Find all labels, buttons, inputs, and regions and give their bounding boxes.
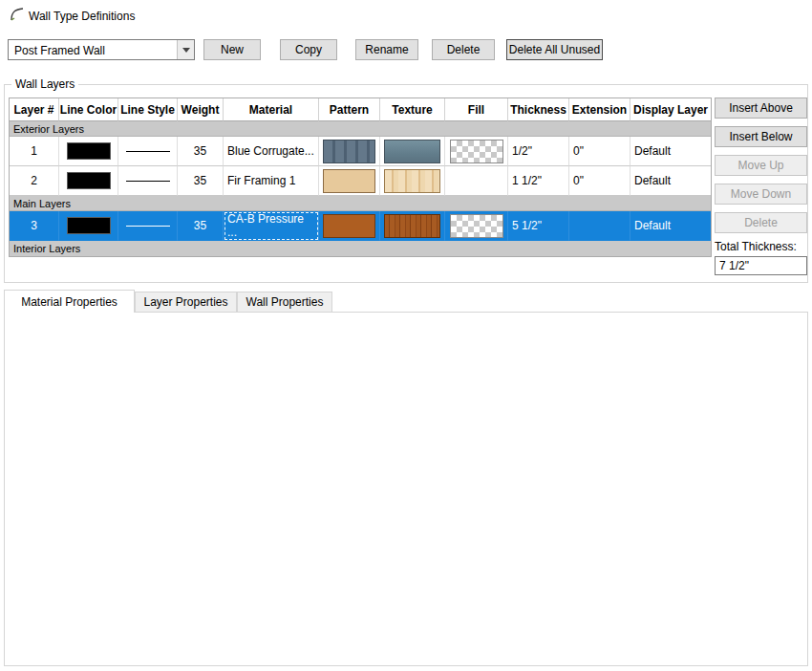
cell-texture[interactable] — [380, 211, 445, 241]
wall-layers-group-label: Wall Layers — [11, 77, 78, 91]
texture-swatch[interactable] — [384, 140, 440, 163]
col-fill: Fill — [445, 98, 508, 121]
col-thickness: Thickness — [508, 98, 569, 121]
cell-line-color[interactable] — [59, 166, 118, 196]
line-color-swatch[interactable] — [67, 142, 111, 160]
total-thickness-input[interactable] — [715, 256, 807, 275]
cell-extension[interactable] — [569, 211, 630, 241]
cell-extension[interactable]: 0" — [569, 137, 630, 166]
cell-display-layer[interactable]: Default — [630, 166, 711, 196]
col-material: Material — [224, 98, 319, 121]
cell-material[interactable]: Fir Framing 1 — [224, 166, 319, 196]
col-display-layer: Display Layer — [630, 98, 711, 121]
insert-above-button[interactable]: Insert Above — [715, 97, 807, 119]
cell-texture[interactable] — [380, 166, 445, 196]
col-pattern: Pattern — [319, 98, 380, 121]
cell-weight[interactable]: 35 — [178, 211, 224, 241]
tab-wall-properties[interactable]: Wall Properties — [237, 292, 332, 313]
insert-below-button[interactable]: Insert Below — [715, 126, 807, 147]
fill-swatch[interactable] — [450, 214, 503, 238]
delete-all-unused-button[interactable]: Delete All Unused — [506, 39, 603, 60]
cell-display-layer[interactable]: Default — [630, 137, 711, 166]
cell-weight[interactable]: 35 — [178, 137, 224, 166]
total-thickness-label: Total Thickness: — [715, 240, 797, 253]
fill-swatch[interactable] — [450, 140, 503, 163]
pattern-swatch[interactable] — [323, 169, 375, 193]
cell-thickness[interactable]: 1/2" — [508, 137, 569, 166]
wall-type-definitions-dialog: Wall Type Definitions Post Framed Wall N… — [0, 0, 812, 671]
tab-layer-properties[interactable]: Layer Properties — [135, 292, 237, 313]
col-texture: Texture — [380, 98, 445, 121]
pattern-swatch[interactable] — [323, 140, 375, 163]
line-color-swatch[interactable] — [67, 172, 111, 189]
tab-material-properties[interactable]: Material Properties — [4, 290, 135, 313]
cell-thickness[interactable]: 5 1/2" — [508, 211, 569, 241]
cell-pattern[interactable] — [319, 211, 380, 241]
page-title: Wall Type Definitions — [29, 10, 135, 23]
line-style-glyph — [126, 226, 170, 227]
section-exterior-layers: Exterior Layers — [10, 121, 711, 137]
cell-material[interactable]: Blue Corrugate... — [224, 137, 319, 166]
cell-fill[interactable] — [445, 166, 508, 196]
texture-swatch[interactable] — [384, 169, 440, 193]
section-main-layers: Main Layers — [10, 196, 711, 211]
line-style-glyph — [126, 151, 170, 152]
col-weight: Weight — [178, 98, 224, 121]
line-style-glyph — [126, 181, 170, 182]
cell-material[interactable]: CA-B Pressure ... — [224, 211, 319, 241]
cell-weight[interactable]: 35 — [178, 166, 224, 196]
cell-extension[interactable]: 0" — [569, 166, 630, 196]
cell-fill[interactable] — [445, 137, 508, 166]
col-line-color: Line Color — [59, 98, 118, 121]
total-thickness-field-wrap — [715, 256, 807, 275]
cell-layer-number[interactable]: 1 — [10, 137, 59, 166]
wall-layers-table: Layer # Line Color Line Style Weight Mat… — [9, 97, 712, 257]
table-header-row: Layer # Line Color Line Style Weight Mat… — [10, 98, 711, 121]
texture-swatch[interactable] — [384, 214, 440, 238]
cell-line-style[interactable] — [118, 137, 178, 166]
cell-thickness[interactable]: 1 1/2" — [508, 166, 569, 196]
table-row-selected[interactable]: 3 35 CA-B Pressure ... 5 1/2" Default — [10, 211, 711, 241]
cell-fill[interactable] — [445, 211, 508, 241]
table-row[interactable]: 2 35 Fir Framing 1 1 1/2" 0" Default — [10, 166, 711, 196]
cell-line-style[interactable] — [118, 166, 178, 196]
cell-display-layer[interactable]: Default — [630, 211, 711, 241]
cell-pattern[interactable] — [319, 166, 380, 196]
wall-type-dropdown[interactable]: Post Framed Wall — [8, 39, 195, 60]
col-extension: Extension — [569, 98, 630, 121]
new-button[interactable]: New — [203, 39, 261, 60]
pattern-swatch[interactable] — [323, 214, 375, 238]
line-color-swatch[interactable] — [67, 217, 111, 234]
move-up-button[interactable]: Move Up — [715, 155, 807, 176]
cell-layer-number[interactable]: 3 — [10, 211, 59, 241]
cell-layer-number[interactable]: 2 — [10, 166, 59, 196]
wall-type-definitions-icon — [10, 7, 26, 23]
col-line-style: Line Style — [118, 98, 178, 121]
cell-line-color[interactable] — [59, 137, 118, 166]
copy-button[interactable]: Copy — [280, 39, 337, 60]
section-interior-layers: Interior Layers — [10, 241, 711, 256]
cell-line-color[interactable] — [59, 211, 118, 241]
wall-type-value: Post Framed Wall — [14, 44, 105, 57]
delete-button[interactable]: Delete — [432, 39, 495, 60]
rename-button[interactable]: Rename — [355, 39, 418, 60]
cell-line-style[interactable] — [118, 211, 178, 241]
chevron-down-icon — [177, 40, 194, 59]
move-down-button[interactable]: Move Down — [715, 184, 807, 205]
col-layer-number: Layer # — [10, 98, 59, 121]
material-properties-panel — [4, 312, 808, 666]
table-row[interactable]: 1 35 Blue Corrugate... 1/2" 0" Default — [10, 137, 711, 166]
cell-pattern[interactable] — [319, 137, 380, 166]
cell-texture[interactable] — [380, 137, 445, 166]
delete-layer-button[interactable]: Delete — [715, 212, 807, 233]
